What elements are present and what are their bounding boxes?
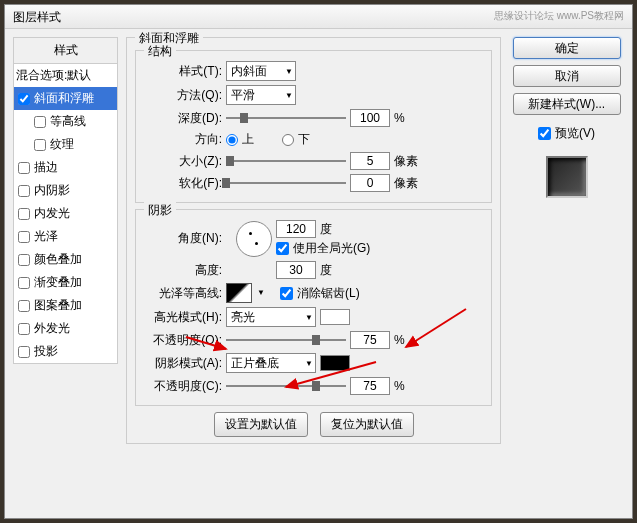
bevel-emboss-item[interactable]: 斜面和浮雕 [14,87,117,110]
highlight-mode-label: 高光模式(H): [144,309,222,326]
style-select[interactable]: 内斜面 [226,61,296,81]
preview-swatch [546,156,588,198]
reset-default-button[interactable]: 复位为默认值 [320,412,414,437]
styles-list-panel: 样式 混合选项:默认 斜面和浮雕 等高线 纹理 描边 内阴影 内发光 光泽 颜色… [13,37,118,510]
inner-shadow-item[interactable]: 内阴影 [14,179,117,202]
structure-title: 结构 [144,43,176,60]
contour-checkbox[interactable] [34,116,46,128]
settings-panel: 斜面和浮雕 结构 样式(T): 内斜面 方法(Q): 平滑 深度(D): [126,37,501,510]
blend-options-item[interactable]: 混合选项:默认 [14,64,117,87]
soften-label: 软化(F): [144,175,222,192]
bevel-emboss-checkbox[interactable] [18,93,30,105]
shadow-mode-label: 阴影模式(A): [144,355,222,372]
preview-checkbox[interactable] [538,127,551,140]
styles-header: 样式 [14,38,117,64]
direction-up-radio[interactable] [226,134,238,146]
inner-shadow-checkbox[interactable] [18,185,30,197]
color-overlay-checkbox[interactable] [18,254,30,266]
structure-fieldset: 结构 样式(T): 内斜面 方法(Q): 平滑 深度(D): % [135,50,492,203]
size-input[interactable] [350,152,390,170]
shadow-opacity-label: 不透明度(C): [144,378,222,395]
texture-checkbox[interactable] [34,139,46,151]
shading-title: 阴影 [144,202,176,219]
gradient-overlay-checkbox[interactable] [18,277,30,289]
shadow-opacity-input[interactable] [350,377,390,395]
pattern-overlay-checkbox[interactable] [18,300,30,312]
make-default-button[interactable]: 设置为默认值 [214,412,308,437]
altitude-label: 高度: [144,262,222,279]
outer-glow-item[interactable]: 外发光 [14,317,117,340]
stroke-item[interactable]: 描边 [14,156,117,179]
soften-input[interactable] [350,174,390,192]
ok-button[interactable]: 确定 [513,37,621,59]
contour-item[interactable]: 等高线 [14,110,117,133]
cancel-button[interactable]: 取消 [513,65,621,87]
highlight-opacity-input[interactable] [350,331,390,349]
shadow-color-swatch[interactable] [320,355,350,371]
size-slider[interactable] [226,153,346,169]
satin-checkbox[interactable] [18,231,30,243]
titlebar: 图层样式 思缘设计论坛 www.PS教程网 [5,5,632,29]
technique-label: 方法(Q): [144,87,222,104]
drop-shadow-item[interactable]: 投影 [14,340,117,363]
new-style-button[interactable]: 新建样式(W)... [513,93,621,115]
layer-style-dialog: 图层样式 思缘设计论坛 www.PS教程网 样式 混合选项:默认 斜面和浮雕 等… [4,4,633,519]
gloss-contour-picker[interactable] [226,283,252,303]
angle-label: 角度(N): [144,230,222,247]
antialias-checkbox[interactable] [280,287,293,300]
altitude-input[interactable] [276,261,316,279]
inner-glow-checkbox[interactable] [18,208,30,220]
dialog-title: 图层样式 [13,9,61,24]
outer-glow-checkbox[interactable] [18,323,30,335]
direction-down-radio[interactable] [282,134,294,146]
highlight-mode-select[interactable]: 亮光 [226,307,316,327]
drop-shadow-checkbox[interactable] [18,346,30,358]
shadow-opacity-slider[interactable] [226,378,346,394]
shading-fieldset: 阴影 角度(N): 度 [135,209,492,406]
size-label: 大小(Z): [144,153,222,170]
direction-label: 方向: [144,131,222,148]
highlight-color-swatch[interactable] [320,309,350,325]
preview-label: 预览(V) [555,125,595,142]
gradient-overlay-item[interactable]: 渐变叠加 [14,271,117,294]
shadow-mode-select[interactable]: 正片叠底 [226,353,316,373]
angle-input[interactable] [276,220,316,238]
stroke-checkbox[interactable] [18,162,30,174]
depth-input[interactable] [350,109,390,127]
soften-slider[interactable] [226,175,346,191]
highlight-opacity-label: 不透明度(O): [144,332,222,349]
global-light-checkbox[interactable] [276,242,289,255]
technique-select[interactable]: 平滑 [226,85,296,105]
bevel-fieldset: 斜面和浮雕 结构 样式(T): 内斜面 方法(Q): 平滑 深度(D): [126,37,501,444]
depth-slider[interactable] [226,110,346,126]
depth-label: 深度(D): [144,110,222,127]
angle-dial[interactable] [236,221,272,257]
satin-item[interactable]: 光泽 [14,225,117,248]
pattern-overlay-item[interactable]: 图案叠加 [14,294,117,317]
highlight-opacity-slider[interactable] [226,332,346,348]
watermark: 思缘设计论坛 www.PS教程网 [494,9,624,24]
gloss-contour-label: 光泽等高线: [144,285,222,302]
inner-glow-item[interactable]: 内发光 [14,202,117,225]
style-label: 样式(T): [144,63,222,80]
color-overlay-item[interactable]: 颜色叠加 [14,248,117,271]
action-panel: 确定 取消 新建样式(W)... 预览(V) [509,37,624,510]
texture-item[interactable]: 纹理 [14,133,117,156]
